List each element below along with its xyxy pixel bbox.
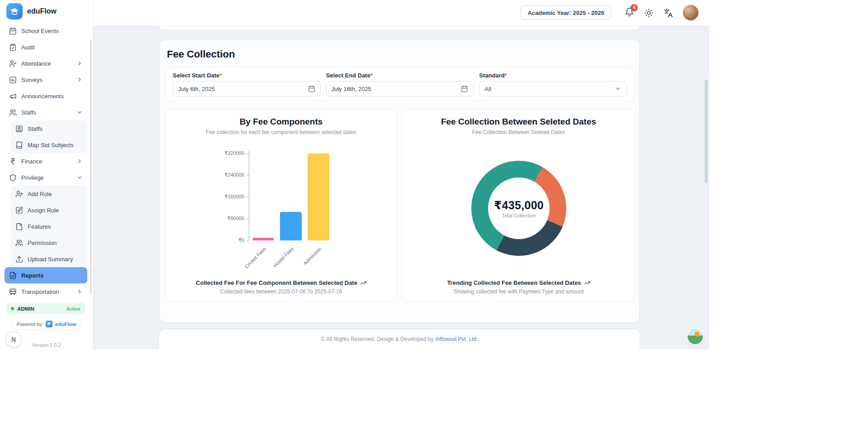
sidebar-item-label: Features xyxy=(28,223,51,230)
chevron-down-icon xyxy=(76,109,83,115)
user-square-icon xyxy=(15,125,23,133)
copyright-text: © All Rights Reserved. Design & Develope… xyxy=(321,336,433,342)
user-plus-icon xyxy=(15,190,23,198)
academic-year-selector[interactable]: Academic Year: 2025 - 2026 xyxy=(521,5,611,20)
donut-chart-title: Fee Collection Between Seleted Dates xyxy=(403,117,634,127)
users-icon xyxy=(15,239,23,247)
sidebar-item-label: Map Std Subjects xyxy=(28,142,74,149)
inflowsol-link[interactable]: Inflowsol Pvt. Ltd. xyxy=(435,336,478,342)
sidebar-item-label: School Events xyxy=(21,28,59,34)
bar-chart-card: By Fee Components Fee collection for eac… xyxy=(165,109,397,302)
shield-icon xyxy=(9,174,17,182)
sidebar-item-label: Finance xyxy=(21,158,42,165)
calendar-icon xyxy=(9,27,17,35)
sidebar-item-permission[interactable]: Permission xyxy=(11,235,87,251)
sidebar-item-audit[interactable]: Audit xyxy=(5,39,87,55)
y-axis-tick-mark xyxy=(247,240,249,241)
bar-hostel-fees[interactable] xyxy=(280,212,302,240)
sidebar-item-label: Announcements xyxy=(21,93,64,100)
bar-chart-footer-title: Collected Fee For Fee Component Between … xyxy=(166,279,397,286)
sidebar-item-staffs-sub[interactable]: Staffs xyxy=(11,120,87,137)
sidebar-item-label: Attendance xyxy=(21,60,51,67)
brand[interactable]: eduFlow xyxy=(0,0,93,23)
powered-by-brand: eduFlow xyxy=(55,321,76,327)
start-date-label: Select Start Date* xyxy=(173,72,321,79)
donut-chart[interactable]: ₹435,000 Total Collection xyxy=(471,161,566,256)
sidebar-item-features[interactable]: Features xyxy=(11,218,87,235)
user-avatar[interactable] xyxy=(683,5,698,20)
bar-admission[interactable] xyxy=(308,154,329,240)
sidebar-item-label: Staffs xyxy=(28,125,43,132)
y-axis-tick-label: ₹80000 xyxy=(217,216,244,221)
start-date-value: July 6th, 2025 xyxy=(178,86,215,92)
admin-active-status: Active xyxy=(66,306,81,312)
standard-value: All xyxy=(484,86,491,92)
book-icon xyxy=(15,141,23,149)
page-title: Fee Collection xyxy=(167,48,235,60)
inflowsol-logo-icon[interactable] xyxy=(688,329,703,344)
trending-up-icon xyxy=(360,280,366,286)
calendar-icon xyxy=(461,85,468,92)
y-axis-line xyxy=(249,150,249,240)
languages-icon[interactable] xyxy=(664,8,673,18)
sidebar-item-surveys[interactable]: Surveys xyxy=(5,72,87,88)
bar-chart: ₹0₹80000₹160000₹240000₹320000Cricket Fee… xyxy=(166,110,397,301)
chevron-right-icon xyxy=(76,77,83,83)
sidebar-item-privilege[interactable]: Privilege xyxy=(5,169,87,186)
notifications-button[interactable]: 4 xyxy=(625,7,634,19)
powered-by[interactable]: Powered by: eduFlow xyxy=(11,318,81,330)
standard-field: Standard* All xyxy=(479,72,627,96)
donut-chart-footer: Trending Collected Fee Between Selected … xyxy=(403,279,634,295)
bus-icon xyxy=(9,288,17,296)
end-date-input[interactable]: July 16th, 2025 xyxy=(326,81,474,96)
square-pen-icon xyxy=(15,206,23,214)
users-icon xyxy=(9,109,17,116)
sidebar-item-school-events[interactable]: School Events xyxy=(5,23,87,39)
sidebar-item-label: Upload Summary xyxy=(28,256,73,263)
admin-label: ADMIN xyxy=(17,306,34,312)
donut-chart-subtitle: Fee Collection Between Seleted Dates xyxy=(403,129,634,135)
chevron-right-icon xyxy=(76,60,83,67)
y-axis-tick-label: ₹320000 xyxy=(217,150,244,156)
scrolled-card-edge xyxy=(159,26,640,30)
sidebar-item-add-role[interactable]: Add Role xyxy=(11,186,87,202)
sidebar-item-map-std-subjects[interactable]: Map Std Subjects xyxy=(11,137,87,153)
sidebar-scrollbar[interactable] xyxy=(90,40,92,293)
chevron-down-icon xyxy=(76,174,83,181)
chevron-down-icon xyxy=(614,85,621,92)
eduflow-mini-logo-icon xyxy=(46,321,52,327)
sun-icon[interactable] xyxy=(644,8,654,18)
brand-name: eduFlow xyxy=(27,7,57,15)
bar-cricket-fees[interactable] xyxy=(252,238,274,240)
sidebar-item-upload-summary[interactable]: Upload Summary xyxy=(11,251,87,267)
sidebar-item-announcements[interactable]: Announcements xyxy=(5,88,87,104)
y-axis-tick-label: ₹160000 xyxy=(217,194,244,200)
admin-status-badge: ADMIN Active xyxy=(6,303,85,314)
sidebar-item-attendance[interactable]: Attendance xyxy=(5,55,87,72)
standard-select[interactable]: All xyxy=(479,81,627,96)
chevron-right-icon xyxy=(76,158,83,164)
total-collection-label: Total Collection xyxy=(502,213,536,218)
sidebar-item-assign-role[interactable]: Assign Role xyxy=(11,202,87,218)
fee-filter-form: Select Start Date* July 6th, 2025 Select… xyxy=(165,67,635,101)
eduflow-logo-icon xyxy=(6,3,23,19)
sidebar-item-reports[interactable]: Reports xyxy=(5,267,87,283)
end-date-field: Select End Date* July 16th, 2025 xyxy=(326,72,474,96)
version-label: Version 1.0.2 xyxy=(0,342,93,348)
powered-by-label: Powered by: xyxy=(16,321,43,327)
sidebar-item-staffs[interactable]: Staffs xyxy=(5,104,87,120)
sidebar-item-finance[interactable]: Finance xyxy=(5,153,87,169)
notification-badge: 4 xyxy=(631,4,638,11)
user-check-icon xyxy=(9,60,17,67)
main-scrollbar[interactable] xyxy=(705,80,708,183)
megaphone-icon xyxy=(9,92,17,100)
sidebar-item-label: Privilege xyxy=(21,174,44,181)
sidebar-item-label: Audit xyxy=(21,44,35,51)
sidebar-item-transportation[interactable]: Transportation xyxy=(5,283,87,300)
standard-label: Standard* xyxy=(479,72,627,79)
sidebar-item-label: Staffs xyxy=(21,109,36,116)
required-mark: * xyxy=(370,72,373,79)
start-date-input[interactable]: July 6th, 2025 xyxy=(173,81,321,96)
upload-icon xyxy=(15,255,23,263)
donut-chart-card: Fee Collection Between Seleted Dates Fee… xyxy=(403,109,635,302)
